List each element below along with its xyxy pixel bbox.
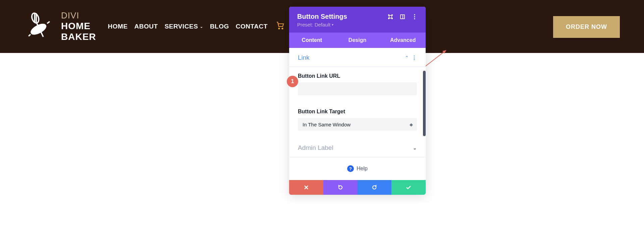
- svg-line-5: [29, 34, 31, 36]
- button-link-url-input[interactable]: [298, 82, 417, 95]
- section-link-toggle[interactable]: Link ⌃ ⋮: [298, 54, 417, 61]
- logo-icon: [24, 11, 56, 43]
- logo-text-2: HOME: [61, 21, 96, 32]
- nav-about[interactable]: ABOUT: [135, 23, 158, 30]
- chevron-up-icon: ⌃: [405, 55, 409, 60]
- scrollbar[interactable]: [423, 71, 426, 136]
- nav-home[interactable]: HOME: [108, 23, 128, 30]
- svg-point-8: [282, 28, 283, 29]
- preset-selector[interactable]: Preset: Default ▾: [297, 22, 333, 27]
- svg-line-6: [47, 21, 50, 23]
- nav-services[interactable]: SERVICES ⌄: [165, 23, 203, 30]
- svg-point-7: [278, 28, 279, 29]
- save-button[interactable]: [391, 180, 426, 195]
- order-now-button[interactable]: ORDER NOW: [553, 16, 620, 38]
- help-link[interactable]: ? Help: [289, 157, 426, 180]
- section-admin-toggle[interactable]: Admin Label ⌄: [298, 144, 417, 152]
- url-label: Button Link URL: [298, 73, 417, 79]
- svg-point-16: [414, 14, 415, 15]
- svg-rect-13: [389, 15, 392, 18]
- sidebar-toggle-icon[interactable]: [399, 14, 406, 20]
- svg-point-4: [30, 22, 47, 36]
- kebab-icon[interactable]: [412, 14, 418, 20]
- select-caret-icon: ◆: [410, 122, 413, 127]
- button-settings-panel: Button Settings Preset: Default ▾ Conten…: [289, 7, 426, 195]
- logo-text-1: DIVI: [61, 11, 96, 21]
- nav-blog[interactable]: BLOG: [210, 23, 229, 30]
- logo[interactable]: DIVI HOME BAKER: [24, 11, 96, 43]
- chevron-down-icon: ⌄: [200, 24, 203, 29]
- expand-icon[interactable]: [387, 14, 393, 20]
- tab-content[interactable]: Content: [289, 33, 335, 48]
- undo-button[interactable]: [323, 180, 358, 195]
- svg-point-17: [414, 16, 415, 17]
- svg-point-18: [414, 18, 415, 19]
- button-link-target-select[interactable]: In The Same Window ◆: [298, 118, 417, 131]
- help-icon: ?: [347, 165, 354, 172]
- panel-title: Button Settings: [297, 13, 347, 20]
- tab-design[interactable]: Design: [335, 33, 380, 48]
- chevron-down-icon: ⌄: [413, 145, 417, 151]
- logo-text-3: BAKER: [61, 32, 96, 42]
- section-admin-title: Admin Label: [298, 144, 333, 152]
- tab-advanced[interactable]: Advanced: [380, 33, 426, 48]
- target-label: Button Link Target: [298, 109, 417, 115]
- svg-rect-14: [400, 15, 405, 19]
- nav-contact[interactable]: CONTACT: [236, 23, 268, 30]
- close-button[interactable]: [289, 180, 323, 195]
- annotation-badge-1: 1: [287, 76, 298, 87]
- cart-icon[interactable]: [276, 21, 284, 32]
- redo-button[interactable]: [358, 180, 392, 195]
- section-link-title: Link: [298, 54, 310, 61]
- kebab-icon[interactable]: ⋮: [412, 55, 417, 61]
- caret-down-icon: ▾: [332, 23, 333, 26]
